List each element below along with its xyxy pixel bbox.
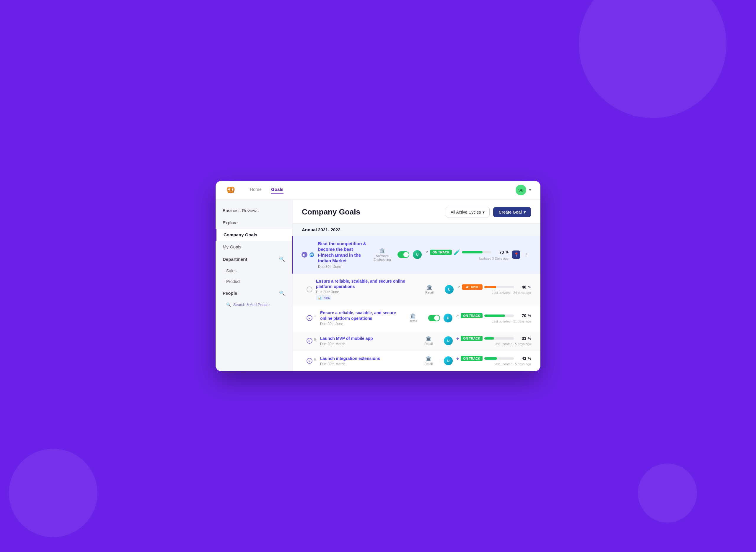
user-avatar-2: U bbox=[445, 285, 454, 294]
goal-circle-icon bbox=[307, 286, 312, 292]
department-tag: 🏛️ Software Engineering bbox=[370, 248, 394, 262]
goal-due: Due 30th June bbox=[316, 290, 414, 294]
progress-pct: 43 bbox=[516, 356, 526, 361]
progress-section: ◆ ON TRACK 43 % Last updated · 5 days ag… bbox=[456, 356, 531, 366]
sidebar-item-people[interactable]: People 🔍 bbox=[216, 287, 292, 299]
goal-icon-group: ▶ ⠿ bbox=[307, 315, 317, 321]
more-options-button[interactable]: ⋮ bbox=[523, 251, 531, 259]
goal-row[interactable]: ▶ 🌀 Beat the competition & become the be… bbox=[292, 236, 540, 274]
goal-info: Launch MVP of mobile app Due 30th March bbox=[320, 336, 413, 346]
dept-building-icon: 🏛️ bbox=[426, 284, 432, 290]
progress-bar bbox=[484, 337, 514, 339]
goal-spiral-icon: 🌀 bbox=[309, 252, 315, 258]
dept-building-icon: 🏛️ bbox=[379, 248, 385, 253]
goal-circle-icon: ▶ bbox=[307, 315, 312, 321]
goal-title[interactable]: Launch MVP of mobile app bbox=[320, 336, 413, 341]
progress-updated: Updated 3 Days ago bbox=[479, 257, 509, 260]
goal-title[interactable]: Ensure a reliable, scalable, and secure … bbox=[316, 279, 414, 289]
progress-track: ◆ ON TRACK 43 % bbox=[456, 356, 531, 361]
dept-building-icon: 🏛️ bbox=[426, 336, 431, 341]
progress-bar bbox=[484, 314, 514, 317]
progress-bar bbox=[484, 357, 514, 360]
goal-icon-group: ▶ ⠿ bbox=[307, 338, 317, 344]
status-badge: ON TRACK bbox=[461, 356, 482, 361]
sidebar-item-sales[interactable]: Sales bbox=[216, 266, 292, 276]
main-nav: Home Goals bbox=[250, 187, 506, 193]
goal-info: Ensure a reliable, scalable, and secure … bbox=[316, 279, 414, 300]
status-badge: ON TRACK bbox=[430, 250, 452, 255]
goal-info: Beat the competition & become the best F… bbox=[318, 241, 367, 269]
logo[interactable]: 🥨 bbox=[225, 185, 236, 195]
location-button[interactable]: 📍 bbox=[512, 251, 520, 259]
department-search-icon[interactable]: 🔍 bbox=[279, 256, 285, 262]
all-active-cycles-button[interactable]: All Active Cycles ▾ bbox=[446, 207, 490, 218]
progress-fill bbox=[484, 314, 505, 317]
page-title: Company Goals bbox=[302, 208, 360, 217]
header-actions: All Active Cycles ▾ Create Goal ▾ bbox=[446, 207, 531, 218]
department-tag: 🏛️ Retail bbox=[417, 356, 440, 366]
goal-row[interactable]: ▶ ⠿ Launch MVP of mobile app Due 30th Ma… bbox=[292, 331, 540, 351]
user-avatar-5: U bbox=[444, 357, 453, 365]
grid-icon: ⠿ bbox=[314, 338, 317, 344]
people-search-icon[interactable]: 🔍 bbox=[279, 290, 285, 296]
user-avatar-4: U bbox=[444, 336, 453, 345]
user-avatar[interactable]: SB bbox=[516, 185, 526, 195]
goal-due: Due 30th March bbox=[320, 362, 413, 366]
progress-updated: Last updated · 5 days ago bbox=[494, 342, 531, 346]
progress-updated: Last updated · 24 days ago bbox=[492, 291, 531, 294]
sidebar-item-explore[interactable]: Explore bbox=[216, 217, 292, 229]
grid-icon: ⠿ bbox=[314, 315, 317, 321]
goal-title[interactable]: Beat the competition & become the best F… bbox=[318, 241, 367, 264]
progress-track: ◆ ON TRACK 33 % bbox=[456, 336, 531, 341]
toggle-active[interactable] bbox=[398, 251, 409, 258]
user-menu-chevron[interactable]: ▾ bbox=[529, 188, 531, 192]
action-icons: 📍 ⋮ bbox=[512, 251, 531, 259]
sidebar-item-search-add-people[interactable]: 🔍 Search & Add People bbox=[216, 299, 292, 310]
create-goal-button[interactable]: Create Goal ▾ bbox=[493, 207, 531, 217]
progress-pct: 70 bbox=[493, 250, 504, 255]
grid-icon: ⠿ bbox=[314, 358, 317, 364]
goal-row[interactable]: ▶ ⠿ Ensure a reliable, scalable, and sec… bbox=[292, 305, 540, 331]
goal-title[interactable]: Ensure a reliable, scalable, and secure … bbox=[320, 310, 398, 321]
svg-text:🥨: 🥨 bbox=[226, 185, 235, 194]
sidebar: Business Reviews Explore Company Goals M… bbox=[216, 200, 292, 371]
progress-section: ↗ ON TRACK 70 % Last updated · 11 days a… bbox=[456, 313, 531, 323]
progress-section: ↗ AT RISK 40 % Last updated · 24 days ag… bbox=[457, 284, 531, 294]
progress-pct: 33 bbox=[516, 336, 526, 341]
goal-icon-group: ▶ 🌀 bbox=[302, 252, 315, 258]
progress-pct: 40 bbox=[516, 285, 526, 289]
flask-icon: 🧪 bbox=[454, 249, 460, 256]
goal-row[interactable]: Ensure a reliable, scalable, and secure … bbox=[292, 274, 540, 305]
sidebar-item-business-reviews[interactable]: Business Reviews bbox=[216, 204, 292, 217]
goal-info: Launch integration extensions Due 30th M… bbox=[320, 356, 413, 366]
progress-track: ↗ ON TRACK 70 % bbox=[456, 313, 531, 318]
progress-updated: Last updated · 11 days ago bbox=[492, 319, 531, 323]
nav-home[interactable]: Home bbox=[250, 187, 262, 193]
nav-goals[interactable]: Goals bbox=[271, 187, 284, 193]
progress-fill bbox=[484, 337, 494, 339]
goal-expand-icon[interactable]: ▶ bbox=[302, 252, 307, 258]
diamond-icon: ◆ bbox=[456, 357, 459, 361]
sidebar-item-product[interactable]: Product bbox=[216, 276, 292, 287]
department-tag: 🏛️ Retail bbox=[417, 336, 440, 346]
content-area: Company Goals All Active Cycles ▾ Create… bbox=[292, 200, 540, 371]
goal-icon-group bbox=[307, 286, 312, 292]
sidebar-item-my-goals[interactable]: My Goals bbox=[216, 241, 292, 253]
toggle-active-2[interactable] bbox=[428, 315, 440, 321]
sidebar-item-company-goals[interactable]: Company Goals bbox=[216, 229, 292, 241]
goal-title[interactable]: Launch integration extensions bbox=[320, 356, 413, 361]
goal-circle-icon: ▶ bbox=[307, 338, 312, 344]
progress-bar bbox=[462, 251, 492, 253]
goal-progress-badge: 📊 70% bbox=[316, 295, 331, 300]
progress-fill bbox=[484, 357, 497, 360]
status-badge: ON TRACK bbox=[461, 336, 482, 341]
trend-arrow-icon: ↗ bbox=[425, 250, 428, 254]
goal-row[interactable]: ▶ ⠿ Launch integration extensions Due 30… bbox=[292, 351, 540, 371]
trend-icon: ↗ bbox=[457, 285, 460, 289]
dept-building-icon: 🏛️ bbox=[410, 313, 416, 319]
sidebar-item-department[interactable]: Department 🔍 bbox=[216, 253, 292, 266]
goal-due: Due 30th June bbox=[320, 322, 398, 326]
progress-fill bbox=[462, 251, 482, 253]
department-tag: 🏛️ Retail bbox=[418, 284, 441, 294]
user-avatar-3: U bbox=[444, 314, 452, 322]
